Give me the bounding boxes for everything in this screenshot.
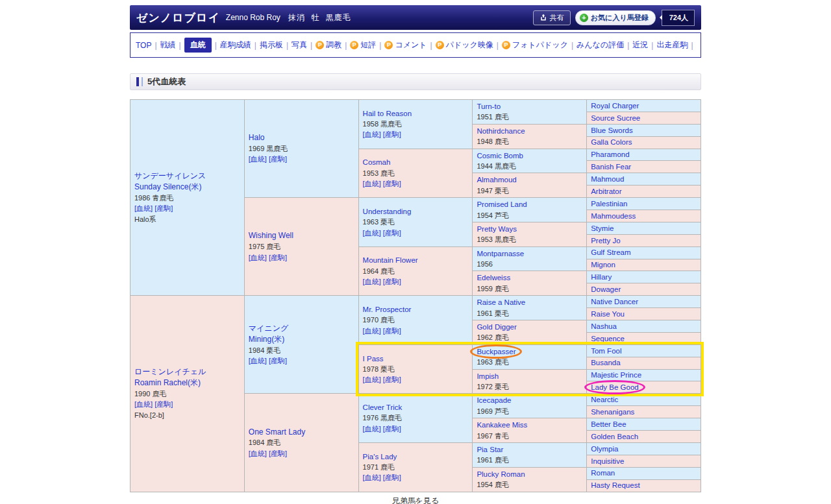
horse-name-link[interactable]: Almahmoud — [477, 176, 516, 184]
horse-name-link[interactable]: Cosmic Bomb — [477, 152, 523, 160]
horse-name-link[interactable]: Galla Colors — [591, 138, 632, 146]
offspring-link[interactable]: [産駒] — [269, 155, 287, 163]
horse-name-link[interactable]: Busanda — [591, 359, 620, 366]
horse-name-link[interactable]: Mahmoud — [591, 175, 624, 183]
horse-name-link[interactable]: Buckpasser — [477, 348, 515, 355]
offspring-link[interactable]: [産駒] — [383, 180, 401, 187]
horse-name-link[interactable]: Montparnasse — [477, 250, 524, 258]
horse-name-link[interactable]: Mr. Prospector — [363, 306, 412, 313]
horse-name-link[interactable]: Raise a Native — [477, 298, 525, 306]
horse-name-link[interactable]: Mahmoudess — [591, 212, 636, 220]
share-button[interactable]: 共有 — [533, 10, 571, 25]
horse-name-link[interactable]: Kankakee Miss — [477, 421, 527, 429]
horse-name-link[interactable]: Promised Land — [477, 200, 527, 208]
horse-name-link[interactable]: Pretty Jo — [591, 237, 620, 245]
offspring-link[interactable]: [産駒] — [155, 400, 173, 408]
horse-name-link[interactable]: Tom Fool — [591, 347, 621, 355]
horse-name-link[interactable]: Turn-to — [477, 102, 501, 110]
horse-name-link[interactable]: Hillary — [591, 273, 612, 281]
horse-name-link[interactable]: I Pass — [363, 355, 384, 363]
blood-link[interactable]: [血統] — [363, 376, 381, 383]
horse-name-link[interactable]: Arbitrator — [591, 187, 621, 195]
horse-name-link[interactable]: Pretty Ways — [477, 225, 517, 233]
horse-name-link[interactable]: Understanding — [363, 208, 412, 215]
horse-name-link[interactable]: Hail to Reason — [363, 110, 412, 117]
blood-link[interactable]: [血統] — [249, 155, 267, 163]
tab-paddock-video[interactable]: Pパドック映像 — [436, 40, 493, 51]
blood-link[interactable]: [血統] — [363, 180, 381, 187]
horse-name-link[interactable]: Impish — [477, 372, 499, 380]
blood-link[interactable]: [血統] — [363, 130, 381, 138]
tab-offspring-results[interactable]: 産駒成績 — [220, 40, 251, 51]
blood-link[interactable]: [血統] — [363, 229, 381, 237]
horse-name-link[interactable]: Gulf Stream — [591, 248, 630, 256]
horse-name-link[interactable]: Pia's Lady — [363, 453, 397, 461]
horse-name-link[interactable]: Nothirdchance — [477, 127, 525, 135]
horse-name-en-link[interactable]: Roamin Rachel(米) — [134, 378, 201, 387]
blood-link[interactable]: [血統] — [363, 327, 381, 335]
horse-name-link[interactable]: Olympia — [591, 445, 618, 453]
horse-name-link[interactable]: Pharamond — [591, 150, 629, 158]
horse-name-link[interactable]: Golden Beach — [591, 433, 638, 440]
horse-name-link[interactable]: Palestinian — [591, 200, 627, 208]
horse-name-link[interactable]: Mountain Flower — [363, 256, 418, 264]
horse-name-link[interactable]: Clever Trick — [363, 403, 403, 411]
offspring-link[interactable]: [産駒] — [383, 327, 401, 335]
horse-name-link[interactable]: Raise You — [591, 310, 625, 318]
blood-link[interactable]: [血統] — [363, 474, 381, 481]
blood-link[interactable]: [血統] — [249, 357, 267, 365]
horse-name-en-link[interactable]: Sunday Silence(米) — [134, 182, 201, 191]
blood-link[interactable]: [血統] — [363, 278, 381, 285]
blood-link[interactable]: [血統] — [363, 425, 381, 433]
tab-everyone-rating[interactable]: みんなの評価 — [577, 40, 624, 51]
horse-name-link[interactable]: Mignon — [591, 261, 615, 269]
offspring-link[interactable]: [産駒] — [269, 254, 287, 261]
horse-name-link[interactable]: Cosmah — [363, 158, 391, 166]
tab-comments[interactable]: Pコメント — [384, 40, 427, 51]
horse-name-link[interactable]: ローミンレイチェル — [134, 367, 206, 376]
tab-photos[interactable]: 写真 — [291, 40, 307, 51]
horse-name-link[interactable]: Icecapade — [477, 396, 511, 404]
tab-board[interactable]: 掲示板 — [260, 40, 283, 51]
offspring-link[interactable]: [産駒] — [383, 130, 401, 138]
blood-link[interactable]: [血統] — [249, 450, 267, 457]
horse-name-link[interactable]: Pia Star — [477, 446, 503, 453]
horse-name-link[interactable]: Source Sucree — [591, 114, 640, 122]
offspring-link[interactable]: [産駒] — [383, 229, 401, 237]
horse-name-link[interactable]: Nearctic — [591, 396, 618, 403]
favorite-button[interactable]: お気に入り馬登録 — [575, 10, 656, 25]
tab-training[interactable]: P調教 — [316, 40, 341, 51]
horse-name-link[interactable]: Better Bee — [591, 420, 626, 428]
horse-name-link[interactable]: Roman — [591, 469, 615, 477]
horse-name-link[interactable]: Shenanigans — [591, 408, 634, 416]
offspring-link[interactable]: [産駒] — [383, 278, 401, 285]
horse-name-link[interactable]: Halo — [249, 133, 265, 142]
offspring-link[interactable]: [産駒] — [383, 376, 401, 383]
horse-name-link[interactable]: Nashua — [591, 322, 617, 330]
tab-short-review[interactable]: P短評 — [350, 40, 376, 51]
horse-name-link[interactable]: マイニング — [249, 324, 288, 333]
horse-name-link[interactable]: Banish Fear — [591, 163, 631, 171]
blood-link[interactable]: [血統] — [249, 254, 267, 261]
horse-name-link[interactable]: Inquisitive — [591, 457, 624, 465]
tab-pedigree[interactable]: 血統 — [184, 38, 212, 53]
blood-link[interactable]: [血統] — [134, 204, 153, 212]
offspring-link[interactable]: [産駒] — [269, 357, 287, 365]
tab-results[interactable]: 戦績 — [160, 40, 176, 51]
horse-name-link[interactable]: One Smart Lady — [249, 427, 305, 437]
tab-photo-paddock[interactable]: Pフォトパドック — [502, 40, 568, 51]
horse-name-link[interactable]: Dowager — [591, 285, 621, 293]
horse-name-link[interactable]: Sequence — [591, 335, 625, 342]
horse-name-link[interactable]: Gold Digger — [477, 323, 516, 331]
horse-name-link[interactable]: Royal Charger — [591, 102, 639, 110]
offspring-link[interactable]: [産駒] — [383, 425, 401, 433]
horse-name-link[interactable]: Edelweiss — [477, 274, 510, 282]
tab-running-offspring[interactable]: 出走産駒 — [656, 40, 688, 51]
horse-name-link[interactable]: サンデーサイレンス — [134, 171, 206, 180]
blood-link[interactable]: [血統] — [134, 400, 153, 408]
horse-name-link[interactable]: Majestic Prince — [591, 371, 641, 379]
horse-name-en-link[interactable]: Mining(米) — [249, 335, 284, 344]
horse-name-link[interactable]: Blue Swords — [591, 126, 633, 134]
horse-name-link[interactable]: Stymie — [591, 224, 614, 232]
offspring-link[interactable]: [産駒] — [269, 450, 287, 457]
